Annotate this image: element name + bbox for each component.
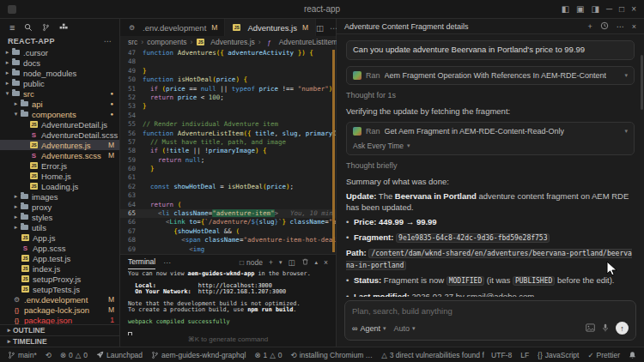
encoding[interactable]: UTF-8 [491,351,512,359]
problems[interactable]: ⊗0△0 [60,351,88,359]
tab-.env.development[interactable]: ⚙.env.developmentM [120,19,225,36]
mic-icon[interactable] [602,323,609,334]
search-icon[interactable] [24,23,33,32]
tree-folder-proxy[interactable]: ▸proxy [0,202,119,212]
code-line: 53} [120,102,336,111]
notifications[interactable] [629,351,636,359]
vulnerabilities[interactable]: △3 direct vulnerabilities found for all … [381,351,484,359]
chat-history-icon[interactable] [600,21,609,32]
new-chat-icon[interactable]: + [587,22,592,31]
breadcrumb-item[interactable]: ƒAdventureListItem [264,38,338,46]
installing-chromium[interactable]: ⟲installing Chromium … [291,351,374,359]
breadcrumb-item[interactable]: components [147,38,186,46]
git-branch[interactable]: main* [8,351,37,359]
code-line: 59 return null; [120,156,336,165]
split-terminal-icon[interactable]: ◫ [288,258,295,267]
maximize-panel-icon[interactable]: ▴ [315,259,319,266]
code-text: } [143,165,336,173]
tree-folder-utils[interactable]: ▸utils [0,222,119,232]
send-button[interactable]: ↑ [616,322,629,335]
tree-file-Home.js[interactable]: JSHome.js [0,171,119,181]
maximize-button[interactable]: □ [619,4,624,14]
launchpad[interactable]: Launchpad [96,351,143,359]
tree-folder-images[interactable]: ▸images [0,191,119,202]
layout-sidebar-left-icon[interactable]: ◧ [562,4,569,14]
eol[interactable]: LF [520,351,529,359]
panel-more-icon[interactable]: ⋯ [163,258,171,267]
problems-secondary[interactable]: ⊗1△0 [254,351,282,359]
git-sync[interactable]: ⟲ [46,351,52,359]
prettier[interactable]: ✓Prettier [587,351,620,359]
close-button[interactable]: × [631,4,636,14]
terminal-instance[interactable]: □node [240,258,263,267]
tree-folder-components[interactable]: ▾components● [0,109,119,119]
tree-file-Error.js[interactable]: JSError.js [0,160,119,171]
terminal-output[interactable]: You can now view aem-guides-wknd-app in … [120,269,336,335]
tree-file-.env.development[interactable]: ⚙.env.developmentM [0,294,119,305]
code-editor[interactable]: 47function Adventures({ adventureActivit… [120,48,336,254]
tree-file-App.test.js[interactable]: JSApp.test.js [0,253,119,263]
tree-folder-docs[interactable]: ▸docs [0,57,119,68]
tree-file-App.js[interactable]: JSApp.js [0,232,119,243]
terminal-link[interactable]: http://192.168.1.207:3000 [198,288,286,295]
tree-folder-src[interactable]: ▾src● [0,88,119,99]
minimize-button[interactable]: ─ [606,4,612,14]
breadcrumb-item[interactable]: src [128,38,137,46]
chat-close-icon[interactable]: × [632,22,636,31]
tree-file-Adventures.scss[interactable]: SAdventures.scssM [0,150,119,160]
tree-file-Adventures.js[interactable]: JSAdventures.jsM [0,140,119,150]
tree-folder-.cursor[interactable]: ▸.cursor [0,47,119,57]
menu-icon[interactable]: ≡ [9,22,15,33]
tab-terminal[interactable]: Terminal [128,255,155,269]
agent-mode-selector[interactable]: ∞Agent▾ [352,324,386,333]
thought-label[interactable]: Thought for 1s [346,90,635,101]
extensions-icon[interactable] [59,23,68,32]
chevron-down-icon[interactable]: ▾ [624,70,628,81]
scrollbar-thumb[interactable] [641,55,643,110]
terminal-profile-caret-icon[interactable]: ▾ [279,259,283,266]
section-timeline[interactable]: ▸TIMELINE [0,335,119,347]
tree-file-setupProxy.js[interactable]: JSsetupProxy.js [0,274,119,284]
chat-input-box[interactable]: Plan, search, build anything ∞Agent▾ Aut… [344,300,636,341]
tool-call[interactable]: RanAem Fragment Operation With Reference… [346,66,635,86]
tree-folder-api[interactable]: ▸api● [0,99,119,109]
tree-folder-styles[interactable]: ▸styles [0,212,119,222]
tree-file-App.scss[interactable]: SApp.scss [0,243,119,253]
status-bar-left: main*⟲⊗0△0Launchpadaem-guides-wknd-graph… [8,351,484,359]
tree-file-index.js[interactable]: JSindex.js [0,263,119,274]
permission-dropdown[interactable]: Ask Every Time▾ [353,141,628,152]
tree-file-package.json[interactable]: {}package.json1 [0,315,119,324]
tree-folder-public[interactable]: ▸public [0,78,119,88]
tab-Adventures.js[interactable]: JSAdventures.jsM [225,19,316,36]
breadcrumb-item[interactable]: JSAdventures.js [196,38,255,46]
overview-ruler[interactable] [332,50,335,252]
chat-input[interactable]: Plan, search, build anything [352,306,629,316]
explorer-actions-icon[interactable]: ⋯ [104,37,112,45]
tree-file-setupTests.js[interactable]: JSsetupTests.js [0,284,119,294]
chevron-down-icon[interactable]: ▾ [624,126,628,137]
layout-sidebar-right-icon[interactable]: ◨ [592,4,599,14]
thought-label[interactable]: Thought briefly [346,160,635,172]
tree-file-AdventureDetail.scss[interactable]: SAdventureDetail.scss [0,130,119,140]
tree-file-package-lock.json[interactable]: {}package-lock.jsonM [0,305,119,315]
message-text: Fragment is now [381,275,447,285]
layout-panel-icon[interactable]: ▣ [576,4,584,14]
explorer-header[interactable]: REACT-APP ⋯ [0,35,119,47]
tree-file-AdventureDetail.js[interactable]: JSAdventureDetail.js [0,119,119,130]
model-selector[interactable]: Auto▾ [393,324,415,333]
source-control-icon[interactable] [42,23,50,32]
section-outline[interactable]: ▸OUTLINE [0,324,119,335]
language-mode[interactable]: {}JavaScript [538,351,579,359]
tool-call[interactable]: RanGet Aem Fragment in AEM-RDE-Content-R… [346,122,635,155]
warning-icon: △ [381,351,387,359]
tree-file-Loading.js[interactable]: JSLoading.js [0,181,119,191]
kill-terminal-icon[interactable] [301,257,309,268]
repo-aem-guides-wknd-graphql[interactable]: aem-guides-wknd-graphql [151,351,246,359]
mouse-cursor [606,261,617,277]
new-terminal-icon[interactable]: + [269,258,273,267]
close-panel-icon[interactable]: × [324,258,328,267]
tree-folder-node_modules[interactable]: ▸node_modules [0,68,119,78]
split-editor-icon[interactable]: ◫ [316,23,324,33]
chat-more-icon[interactable]: ⋯ [617,22,624,31]
image-icon[interactable] [586,323,595,334]
